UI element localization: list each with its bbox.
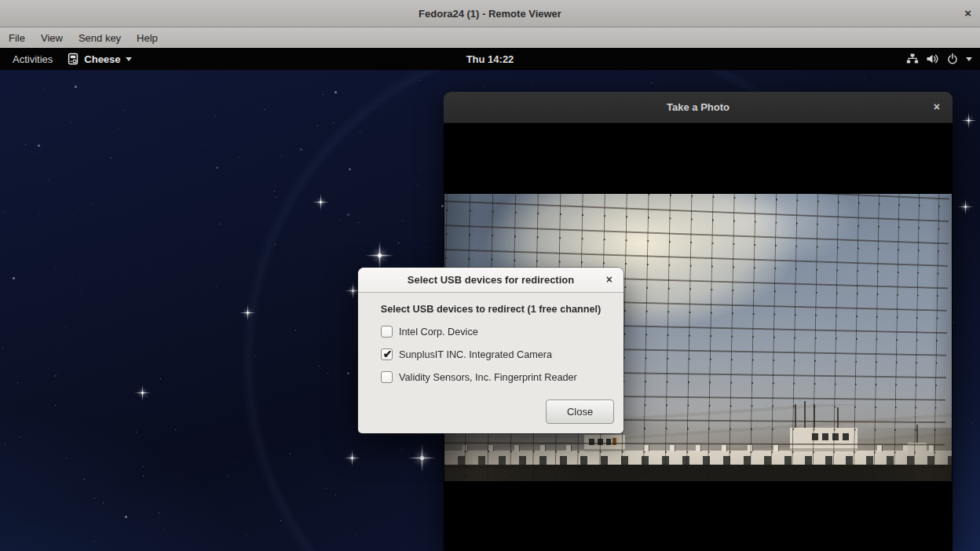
sparkle-star [320, 201, 322, 203]
close-button[interactable]: Close [546, 400, 614, 424]
sparkle-star [141, 392, 144, 394]
sparkle-star [967, 119, 970, 122]
remote-viewer-menubar: File View Send key Help [0, 27, 980, 48]
starfield [0, 71, 1, 71]
usb-device-row[interactable]: Validity Sensors, Inc. Fingerprint Reade… [381, 366, 623, 389]
usb-device-label: SunplusIT INC. Integrated Camera [399, 349, 552, 360]
usb-device-row[interactable]: Intel Corp. Device [381, 320, 623, 343]
gnome-top-bar: Activities Cheese Thu 14:22 [0, 48, 980, 70]
usb-device-row[interactable]: SunplusIT INC. Integrated Camera [381, 343, 623, 366]
photo-window-title: Take a Photo [667, 101, 730, 113]
menu-help[interactable]: Help [129, 29, 166, 47]
menu-view[interactable]: View [33, 29, 71, 47]
dropdown-icon[interactable] [966, 57, 972, 61]
checkbox-checked-icon[interactable] [381, 348, 393, 360]
usb-redirection-dialog: Select USB devices for redirection × Sel… [358, 268, 623, 433]
network-wired-icon[interactable] [906, 53, 919, 65]
checkbox-unchecked-icon[interactable] [381, 371, 393, 383]
remote-viewer-window-title: Fedora24 (1) - Remote Viewer [419, 8, 561, 20]
remote-viewer-close-icon[interactable]: × [964, 6, 971, 20]
volume-icon[interactable] [926, 53, 939, 65]
checkbox-unchecked-icon[interactable] [381, 326, 393, 338]
usb-dialog-heading: Select USB devices to redirect (1 free c… [358, 304, 623, 315]
menu-file[interactable]: File [1, 29, 33, 47]
usb-dialog-close-icon[interactable]: × [606, 273, 612, 286]
device-list: Intel Corp. DeviceSunplusIT INC. Integra… [381, 320, 623, 389]
sparkle-star [378, 254, 382, 257]
sparkle-star [420, 456, 424, 460]
photo-window-close-icon[interactable]: × [934, 100, 940, 113]
sparkle-star [352, 290, 354, 292]
clock[interactable]: Thu 14:22 [0, 53, 980, 65]
sparkle-star [247, 312, 249, 314]
usb-dialog-body: Select USB devices to redirect (1 free c… [358, 304, 623, 389]
usb-device-label: Intel Corp. Device [399, 327, 478, 338]
menu-send-key[interactable]: Send key [71, 29, 129, 47]
photo-window-titlebar[interactable]: Take a Photo × [444, 92, 953, 123]
system-tray[interactable] [906, 48, 972, 70]
virtual-machine-screen: Fedora24 (1) - Remote Viewer × File View… [0, 0, 980, 551]
sparkle-star [964, 206, 967, 208]
usb-device-label: Validity Sensors, Inc. Fingerprint Reade… [399, 372, 577, 383]
usb-dialog-titlebar[interactable]: Select USB devices for redirection × [358, 268, 623, 293]
remote-viewer-titlebar[interactable]: Fedora24 (1) - Remote Viewer × [0, 0, 980, 27]
usb-dialog-title: Select USB devices for redirection [408, 274, 574, 286]
power-icon[interactable] [946, 53, 959, 65]
sparkle-star [351, 457, 353, 459]
